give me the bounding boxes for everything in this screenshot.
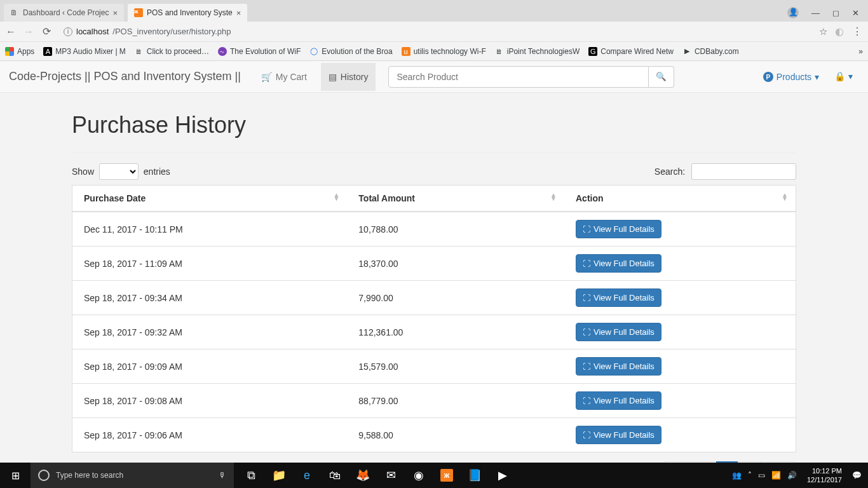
profile-avatar-icon[interactable] <box>787 7 799 18</box>
bookmark-item[interactable]: 🗎iPoint TechnologiesW <box>495 47 580 56</box>
start-button[interactable]: ⊞ <box>0 470 31 482</box>
browser-tab-inactive[interactable]: 🗎 Dashboard ‹ Code Projec × <box>4 4 124 22</box>
nav-user-dropdown[interactable]: 🔒▾ <box>828 65 859 88</box>
tray-expand-icon[interactable]: ˄ <box>748 471 752 480</box>
taskbar-search[interactable]: Type here to search 🎙 <box>31 463 234 488</box>
apps-button[interactable]: Apps <box>5 47 34 56</box>
bookmark-item[interactable]: ⏦The Evolution of WiF <box>218 47 301 56</box>
media-player-icon[interactable]: ▶ <box>489 463 516 488</box>
col-total-amount[interactable]: Total Amount▲▼ <box>347 186 564 212</box>
tab-label: POS and Inventory Syste <box>147 8 233 17</box>
firefox-icon[interactable]: 🦊 <box>349 463 376 488</box>
cell-amount: 18,370.00 <box>347 247 564 281</box>
table-row: Sep 18, 2017 - 09:06 AM9,588.00View Full… <box>72 418 796 452</box>
cell-amount: 88,779.00 <box>347 384 564 418</box>
view-full-details-button[interactable]: View Full Details <box>576 323 661 341</box>
table-row: Sep 18, 2017 - 09:34 AM7,990.00View Full… <box>72 281 796 315</box>
table-row: Dec 11, 2017 - 10:11 PM10,788.00View Ful… <box>72 212 796 247</box>
nav-my-cart[interactable]: 🛒My Cart <box>254 63 315 91</box>
mail-icon[interactable]: ✉ <box>377 463 404 488</box>
cell-action: View Full Details <box>564 315 796 349</box>
view-full-details-button[interactable]: View Full Details <box>576 288 661 307</box>
cell-date: Sep 18, 2017 - 09:09 AM <box>72 349 348 384</box>
store-icon[interactable]: 🛍 <box>322 463 348 488</box>
cell-date: Sep 18, 2017 - 09:08 AM <box>72 384 348 418</box>
mic-icon[interactable]: 🎙 <box>219 471 226 480</box>
system-clock[interactable]: 10:12 PM 12/11/2017 <box>803 466 846 484</box>
table-search-input[interactable] <box>691 163 796 180</box>
sort-icon: ▲▼ <box>782 193 788 201</box>
menu-icon[interactable]: ⋮ <box>851 25 863 37</box>
page-title: Purchase History <box>72 112 796 139</box>
notepad-icon[interactable]: 📘 <box>461 463 488 488</box>
bookmark-item[interactable]: ◯Evolution of the Broa <box>309 47 392 56</box>
cart-icon: 🛒 <box>261 72 272 82</box>
col-purchase-date[interactable]: Purchase Date▲▼ <box>72 186 348 212</box>
nav-history[interactable]: ▤History <box>321 63 376 91</box>
browser-tab-active[interactable]: ж POS and Inventory Syste × <box>128 4 247 22</box>
entries-select[interactable] <box>99 163 139 180</box>
notifications-icon[interactable]: 💬 <box>852 471 862 480</box>
cell-action: View Full Details <box>564 349 796 384</box>
bookmark-item[interactable]: GCompare Wired Netw <box>588 47 674 56</box>
taskview-icon[interactable]: ⧉ <box>238 463 264 488</box>
caret-down-icon: ▾ <box>815 72 819 82</box>
back-icon[interactable]: ← <box>5 26 17 37</box>
bookmark-item[interactable]: 🗎Click to proceed… <box>135 47 209 56</box>
brand-title[interactable]: Code-Projects || POS and Inventory Syste… <box>9 70 241 83</box>
cell-amount: 15,579.00 <box>347 349 564 384</box>
cell-action: View Full Details <box>564 212 796 247</box>
xampp-taskbar-icon[interactable]: ж <box>433 463 460 488</box>
xampp-icon: ж <box>134 8 143 17</box>
apps-label: Apps <box>17 47 34 56</box>
cell-amount: 7,990.00 <box>347 281 564 315</box>
cell-amount: 112,361.00 <box>347 315 564 349</box>
cell-date: Sep 18, 2017 - 09:06 AM <box>72 418 348 452</box>
people-icon[interactable]: 👥 <box>732 471 742 480</box>
entries-length-control: Show entries <box>72 163 170 180</box>
view-full-details-button[interactable]: View Full Details <box>576 426 661 444</box>
favicon-icon: 🗎 <box>495 47 504 56</box>
favicon-icon: ◯ <box>309 47 318 56</box>
favicon-icon: ▶ <box>682 47 691 56</box>
maximize-icon[interactable]: ◻ <box>832 8 839 18</box>
bookmarks-overflow-icon[interactable]: » <box>858 47 863 56</box>
windows-taskbar: ⊞ Type here to search 🎙 ⧉ 📁 e 🛍 🦊 ✉ ◉ ж … <box>0 463 868 488</box>
url-field[interactable]: i localhost/POS_inventory/user/history.p… <box>58 24 813 40</box>
minimize-icon[interactable]: — <box>811 8 820 18</box>
chrome-icon[interactable]: ◉ <box>405 463 432 488</box>
view-full-details-button[interactable]: View Full Details <box>576 391 661 410</box>
col-action[interactable]: Action▲▼ <box>564 186 796 212</box>
bookmark-item[interactable]: ▶CDBaby.com <box>682 47 739 56</box>
search-button[interactable]: 🔍 <box>649 66 674 88</box>
view-full-details-button[interactable]: View Full Details <box>576 254 661 273</box>
cell-date: Sep 18, 2017 - 11:09 AM <box>72 247 348 281</box>
bookmark-item[interactable]: AMP3 Audio Mixer | M <box>43 47 125 56</box>
site-info-icon[interactable]: i <box>64 27 72 36</box>
close-window-icon[interactable]: ✕ <box>852 8 859 18</box>
nav-products-dropdown[interactable]: P Products ▾ <box>757 65 825 88</box>
close-icon[interactable]: × <box>236 8 241 18</box>
address-bar: ← → ⟳ i localhost/POS_inventory/user/his… <box>0 22 868 42</box>
file-explorer-icon[interactable]: 📁 <box>266 463 292 488</box>
table-search-control: Search: <box>654 163 796 180</box>
search-product-input[interactable] <box>388 66 649 88</box>
divider <box>72 152 796 153</box>
wifi-icon[interactable]: 📶 <box>771 471 781 480</box>
sort-icon: ▲▼ <box>550 193 557 201</box>
windows-icon: ⊞ <box>11 470 20 482</box>
extension-icon[interactable]: ◐ <box>834 25 845 37</box>
view-full-details-button[interactable]: View Full Details <box>576 357 661 376</box>
close-icon[interactable]: × <box>112 8 118 18</box>
battery-icon[interactable]: ▭ <box>758 471 765 480</box>
cell-amount: 9,588.00 <box>347 418 564 452</box>
search-placeholder: Type here to search <box>56 471 123 480</box>
edge-icon[interactable]: e <box>294 463 320 488</box>
purchase-history-table: Purchase Date▲▼ Total Amount▲▼ Action▲▼ … <box>72 185 796 452</box>
bookmark-star-icon[interactable]: ☆ <box>819 26 827 37</box>
bookmark-item[interactable]: uutilis technology Wi-F <box>402 47 486 56</box>
volume-icon[interactable]: 🔊 <box>787 471 797 480</box>
table-row: Sep 18, 2017 - 11:09 AM18,370.00View Ful… <box>72 247 796 281</box>
view-full-details-button[interactable]: View Full Details <box>576 220 661 238</box>
reload-icon[interactable]: ⟳ <box>41 25 52 37</box>
